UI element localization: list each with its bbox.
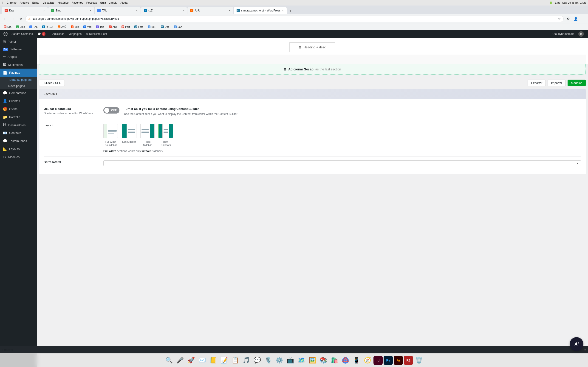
bookmark-emp[interactable]: E Emp	[14, 24, 27, 29]
dock-siri[interactable]: 🎤	[175, 355, 185, 365]
sidebar-item-comentarios[interactable]: 💬 Comentários	[0, 89, 37, 97]
tab-close-tal[interactable]: ✕	[136, 9, 138, 12]
sidebar-item-deslizadores[interactable]: 🎞 Deslizadores	[0, 121, 37, 129]
menu-janela[interactable]: Janela	[109, 1, 117, 4]
wp-logo[interactable]: W	[2, 30, 9, 38]
dock-photoshop[interactable]: Ps	[384, 356, 393, 365]
dock-appstore[interactable]: 🛍️	[329, 355, 339, 365]
dock-filezilla[interactable]: FZ	[404, 356, 413, 365]
hide-content-toggle[interactable]: OFF	[103, 107, 120, 114]
tab-close-anu[interactable]: ✕	[229, 9, 231, 12]
sidebar-item-multimidia[interactable]: 🖼 Multimédia	[0, 61, 37, 69]
admin-bar-add[interactable]: + Adicionar	[48, 30, 66, 38]
import-button[interactable]: Importar	[548, 80, 565, 86]
sidebar-item-modelos[interactable]: 🗂 Modelos	[0, 153, 37, 161]
admin-avatar[interactable]: B	[576, 30, 586, 38]
tab-close-li[interactable]: ✕	[182, 9, 184, 12]
bookmark-san[interactable]: B San	[172, 24, 184, 29]
tab-close[interactable]: ✕	[43, 9, 45, 12]
dock-messages[interactable]: 💬	[252, 355, 262, 365]
bookmark-port[interactable]: P Port	[120, 24, 132, 29]
menu-visualizar[interactable]: Visualizar	[43, 1, 55, 4]
bookmark-anu[interactable]: A AnÚ	[56, 24, 68, 29]
ai-fab-button[interactable]: Ai	[570, 337, 583, 351]
bookmark-ber[interactable]: B BeR	[146, 24, 158, 29]
dock-contacts[interactable]: 📒	[208, 355, 218, 365]
reload-button[interactable]: ↻	[17, 16, 24, 22]
dock-sysprefs[interactable]: ⚙️	[274, 355, 284, 365]
sidebar-item-contacto[interactable]: 📧 Contacto	[0, 129, 37, 137]
extensions-icon[interactable]: ⚙	[565, 16, 571, 22]
submenu-nova-pagina[interactable]: Nova página	[0, 83, 37, 89]
new-tab-button[interactable]: +	[287, 8, 294, 14]
chrome-tab-gm[interactable]: M Dra ✕	[2, 7, 48, 14]
dock-podcasts[interactable]: 🎙️	[263, 355, 273, 365]
chrome-tab-emp[interactable]: E Emp ✕	[48, 7, 94, 14]
sidebar-item-layouts[interactable]: 📐 Layouts	[0, 145, 37, 153]
layout-option-bothsidebars[interactable]: BothSidebars	[158, 124, 173, 147]
sidebar-item-paginas[interactable]: 📄 Páginas	[0, 69, 37, 77]
admin-bar-site[interactable]: Sandra Camacho	[9, 30, 35, 38]
back-button[interactable]: ←	[2, 16, 8, 22]
dock-music[interactable]: 🎵	[241, 355, 251, 365]
dock-launchpad[interactable]: 🚀	[186, 355, 196, 365]
chrome-tab-tal[interactable]: T TAL ✕	[95, 7, 141, 14]
menu-favoritos[interactable]: Favoritos	[72, 1, 83, 4]
dock-notes[interactable]: 📝	[219, 355, 229, 365]
dock-photos[interactable]: 🖼️	[307, 355, 317, 365]
dock-safari[interactable]: 🧭	[363, 355, 372, 365]
add-section-bar[interactable]: ⊟ Adicionar Seção as the last section	[39, 64, 586, 75]
chrome-tab-active[interactable]: W sandracamacho.pt – WordPress ✕	[234, 7, 287, 14]
apple-menu[interactable]: 	[2, 1, 3, 5]
dock-indesign[interactable]: Id	[373, 356, 383, 365]
bookmark-forc[interactable]: W Forc	[132, 24, 145, 29]
bookmark-li[interactable]: in in (12)	[40, 24, 55, 29]
layout-option-leftsidebar[interactable]: Left Sidebar	[122, 124, 137, 143]
bookmark-vag[interactable]: V Vag	[82, 24, 93, 29]
barra-lateral-select[interactable]: ▼	[103, 160, 581, 166]
menu-arquivo[interactable]: Arquivo	[20, 1, 29, 4]
layout-option-rightsidebar[interactable]: RightSidebar	[140, 124, 155, 147]
tab-close-active[interactable]: ✕	[282, 9, 284, 12]
dock-appletv[interactable]: 📺	[285, 355, 295, 365]
menu-historico[interactable]: Histórico	[58, 1, 69, 4]
sidebar-item-betheme[interactable]: Be Betheme	[0, 46, 37, 53]
dock-maps[interactable]: 🗺️	[296, 355, 306, 365]
bookmark-bus[interactable]: B Bus	[69, 24, 81, 29]
profile-icon[interactable]: 👤	[572, 16, 579, 22]
dock-reminders[interactable]: 📋	[230, 355, 240, 365]
bookmark-gm[interactable]: M Dra	[2, 24, 13, 29]
dock-whatsapp[interactable]: 📱	[351, 355, 362, 365]
sidebar-item-clientes[interactable]: 👤 Clientes	[0, 97, 37, 105]
dock-chrome[interactable]	[340, 355, 351, 365]
layout-option-fullwidth[interactable]: Full widthNo sidebar	[103, 124, 118, 147]
sidebar-item-painel[interactable]: ⊞ Painel	[0, 38, 37, 46]
modelos-button[interactable]: Modelos	[568, 80, 586, 86]
submenu-todas-paginas[interactable]: Todas as páginas	[0, 77, 37, 83]
menu-pessoas[interactable]: Pessoas	[86, 1, 97, 4]
dock-illustrator[interactable]: Ai	[394, 356, 403, 365]
admin-bar-duplicate[interactable]: ⧉ Duplicate Post	[84, 30, 109, 38]
menu-editar[interactable]: Editar	[32, 1, 40, 4]
menu-ajuda[interactable]: Ajuda	[120, 1, 128, 4]
chrome-tab-anu[interactable]: A AnÚ ✕	[187, 7, 233, 14]
bookmark-opc[interactable]: W Opç	[159, 24, 171, 29]
sidebar-item-artigos[interactable]: ✏ Artigos	[0, 53, 37, 61]
bookmark-tale[interactable]: T Tale	[94, 24, 106, 29]
dock-finder[interactable]: 🔍	[164, 355, 174, 365]
dock-trash[interactable]: 🗑️	[414, 355, 424, 365]
tab-close-emp[interactable]: ✕	[89, 9, 91, 12]
admin-bar-comments[interactable]: 💬 0	[35, 30, 48, 38]
admin-bar-view[interactable]: Ver página	[66, 30, 84, 38]
dock-books[interactable]: 📚	[318, 355, 329, 365]
sidebar-item-oferta[interactable]: 🎁 Oferta	[0, 105, 37, 113]
menu-chrome[interactable]: Chrome	[7, 1, 17, 4]
bookmark-tal1[interactable]: T TAL	[27, 24, 39, 29]
bookmark-icon[interactable]: ☆	[558, 17, 561, 20]
dock-mail[interactable]: ✉️	[197, 355, 207, 365]
address-bar[interactable]: ⚠ Não seguro sandracamacho.pt/wp-admin/p…	[25, 16, 564, 22]
menu-guia[interactable]: Guia	[100, 1, 106, 4]
sidebar-item-portfolio[interactable]: 📁 Portfólio	[0, 113, 37, 121]
chrome-tab-li[interactable]: in (12) ✕	[141, 7, 187, 14]
bookmark-anti[interactable]: A Anti	[107, 24, 119, 29]
